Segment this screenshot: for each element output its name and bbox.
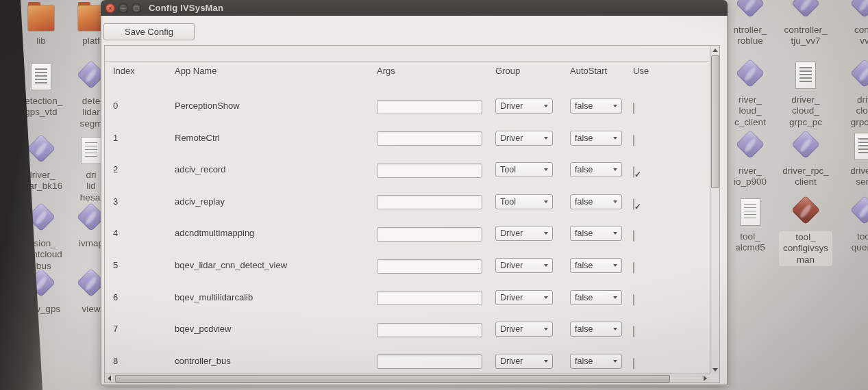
autostart-dropdown[interactable]: false xyxy=(570,194,622,209)
use-checkbox[interactable]: ✓ xyxy=(633,262,634,274)
close-button[interactable]: × xyxy=(106,3,115,13)
app-name: adciv_record xyxy=(175,161,225,178)
horizontal-scroll-thumb[interactable] xyxy=(115,375,670,382)
desktop-icon-tool-queryr[interactable]: tool queryr xyxy=(834,197,868,254)
app-name: controller_bus xyxy=(175,353,231,369)
app-icon xyxy=(845,131,868,164)
args-input[interactable] xyxy=(377,259,482,274)
desktop-icon-driver-rpc-client[interactable]: driver_rpc_ client xyxy=(775,131,836,188)
autostart-dropdown[interactable]: false xyxy=(570,290,622,305)
args-input[interactable] xyxy=(377,164,482,178)
args-input[interactable] xyxy=(377,227,482,242)
group-dropdown[interactable]: Driver xyxy=(495,354,553,369)
desktop-icon-driver-serv[interactable]: driver_ serv xyxy=(834,131,868,188)
desktop-icon-driver-cloud-grpc-pc[interactable]: driver_ cloud_ grpc_pc xyxy=(775,60,836,128)
desktop-icon-river-loud-c-client[interactable]: river_ loud_ c_client xyxy=(719,60,781,128)
args-input[interactable] xyxy=(377,354,482,369)
row-index: 5 xyxy=(113,257,118,274)
args-input[interactable] xyxy=(377,291,482,305)
args-input[interactable] xyxy=(377,323,482,337)
minimize-button[interactable]: – xyxy=(119,3,128,13)
autostart-dropdown[interactable]: false xyxy=(570,131,622,146)
vertical-scroll-thumb[interactable] xyxy=(711,55,719,188)
app-name: adciv_replay xyxy=(175,194,225,210)
group-dropdown[interactable]: Driver xyxy=(495,226,553,241)
header-app-name: App Name xyxy=(175,62,216,81)
vertical-scrollbar[interactable] xyxy=(710,46,719,374)
app-name: PerceptionShow xyxy=(175,98,240,114)
use-checkbox[interactable]: ✓ xyxy=(633,103,634,114)
icon-label: contr vv xyxy=(834,25,868,47)
desktop-icon-driv-clou-grpc-s[interactable]: driv clou grpc_s xyxy=(834,60,868,128)
use-checkbox[interactable]: ✓ xyxy=(633,358,634,369)
autostart-dropdown[interactable]: false xyxy=(570,258,622,273)
chevron-down-icon xyxy=(613,360,617,363)
desktop-icon-river-io-p900[interactable]: river_ io_p900 xyxy=(719,131,781,188)
desktop-icon-tool-configivsysman[interactable]: tool_ configivsys man xyxy=(775,197,836,266)
group-value: Tool xyxy=(500,165,516,174)
desktop-icon-tool-alcmd5[interactable]: tool_ alcmd5 xyxy=(719,197,781,254)
use-checkbox[interactable]: ✓ xyxy=(633,166,634,178)
desktop-icon-contr-vv[interactable]: contr vv xyxy=(834,0,868,47)
icon-label: tool queryr xyxy=(834,231,868,254)
group-dropdown[interactable]: Driver xyxy=(495,290,553,305)
icon-label: controller_ tju_vv7 xyxy=(775,25,836,47)
group-dropdown[interactable]: Driver xyxy=(495,99,553,114)
app-config-table: Index App Name Args Group AutoStart Use … xyxy=(104,45,720,383)
header-autostart: AutoStart xyxy=(570,62,607,81)
args-input[interactable] xyxy=(377,100,482,114)
desktop-icon-controller-tju-vv7[interactable]: controller_ tju_vv7 xyxy=(775,0,836,47)
table-row-0: 0 PerceptionShow Driver false ✓ xyxy=(105,98,709,114)
args-cell xyxy=(377,354,482,370)
chevron-down-icon xyxy=(613,137,617,140)
scroll-down-icon[interactable] xyxy=(712,368,718,372)
header-args: Args xyxy=(377,62,395,81)
app-icon xyxy=(845,197,868,230)
autostart-value: false xyxy=(575,101,593,111)
save-config-button[interactable]: Save Config xyxy=(103,23,195,40)
chevron-down-icon xyxy=(613,168,617,171)
app-name: bqev_multilidarcalib xyxy=(175,289,253,306)
group-dropdown[interactable]: Tool xyxy=(495,194,553,209)
group-dropdown[interactable]: Driver xyxy=(495,258,553,273)
app-icon xyxy=(786,60,825,93)
group-value: Driver xyxy=(500,133,523,143)
app-name: adcndtmultimapping xyxy=(175,225,254,242)
group-value: Driver xyxy=(500,229,523,238)
icon-label: driver_ cloud_ grpc_pc xyxy=(775,94,836,128)
autostart-dropdown[interactable]: false xyxy=(570,226,622,241)
app-icon xyxy=(731,60,769,93)
icon-label: driver_rpc_ client xyxy=(775,166,836,188)
app-icon xyxy=(731,197,769,230)
use-checkbox[interactable]: ✓ xyxy=(633,294,634,306)
group-dropdown[interactable]: Tool xyxy=(495,162,553,177)
args-input[interactable] xyxy=(377,195,482,209)
autostart-dropdown[interactable]: false xyxy=(570,99,622,114)
scroll-left-icon[interactable] xyxy=(108,376,111,381)
use-checkbox[interactable]: ✓ xyxy=(633,198,634,210)
args-cell xyxy=(377,322,482,338)
args-input[interactable] xyxy=(377,131,482,146)
use-checkbox[interactable]: ✓ xyxy=(633,135,634,146)
autostart-dropdown[interactable]: false xyxy=(570,162,622,177)
maximize-button[interactable]: ▢ xyxy=(132,3,141,13)
use-checkbox[interactable]: ✓ xyxy=(633,326,634,337)
args-cell xyxy=(377,290,482,307)
row-index: 4 xyxy=(113,225,118,242)
scroll-right-icon[interactable] xyxy=(704,376,707,381)
use-checkbox[interactable]: ✓ xyxy=(633,230,634,242)
chevron-down-icon xyxy=(544,264,548,267)
header-use: Use xyxy=(633,62,649,81)
close-icon: × xyxy=(106,3,115,13)
scroll-up-icon[interactable] xyxy=(712,49,718,52)
table-row-5: 5 bqev_lidar_cnn_detect_view Driver fals… xyxy=(105,257,709,274)
group-dropdown[interactable]: Driver xyxy=(495,322,553,337)
header-index: Index xyxy=(113,62,135,81)
autostart-dropdown[interactable]: false xyxy=(570,322,622,337)
group-dropdown[interactable]: Driver xyxy=(495,131,553,146)
desktop-icon-ntroller-roblue[interactable]: ntroller_ roblue xyxy=(719,0,781,47)
horizontal-scrollbar[interactable] xyxy=(105,374,710,382)
chevron-down-icon xyxy=(544,200,548,203)
titlebar[interactable]: × – ▢ Config IVSysMan xyxy=(101,0,728,16)
autostart-dropdown[interactable]: false xyxy=(570,354,622,369)
